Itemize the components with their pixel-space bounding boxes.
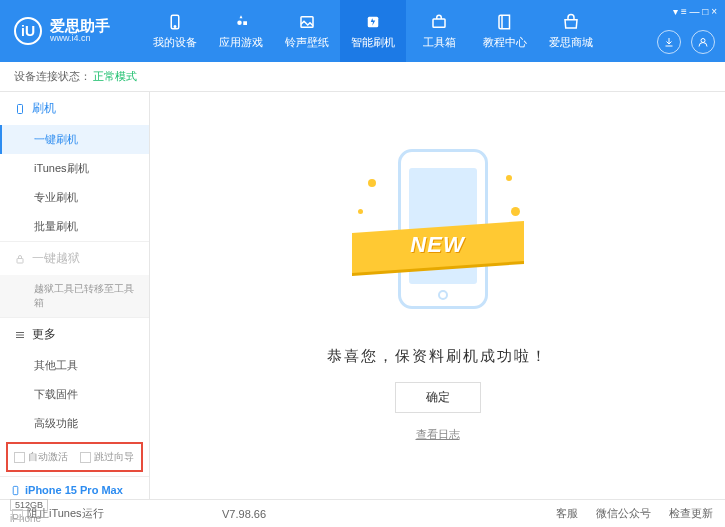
sidebar-item-pro[interactable]: 专业刷机 <box>0 183 149 212</box>
app-url: www.i4.cn <box>50 33 110 44</box>
sidebar-jailbreak-note: 越狱工具已转移至工具箱 <box>0 275 149 317</box>
highlighted-options: 自动激活 跳过向导 <box>6 442 143 472</box>
nav-apps[interactable]: 应用游戏 <box>208 0 274 62</box>
checkbox-label: 阻止iTunes运行 <box>27 507 104 519</box>
svg-point-1 <box>174 26 176 28</box>
nav-label: 工具箱 <box>423 35 456 50</box>
toolbox-icon <box>429 12 449 32</box>
nav-label: 铃声壁纸 <box>285 35 329 50</box>
menu-icon <box>14 329 26 341</box>
phone-icon <box>165 12 185 32</box>
logo-area: iU 爱思助手 www.i4.cn <box>0 17 124 45</box>
checkbox-block-itunes[interactable]: 阻止iTunes运行 <box>12 506 104 521</box>
window-controls[interactable]: ▾ ≡ — □ × <box>673 6 717 17</box>
sidebar-item-batch[interactable]: 批量刷机 <box>0 212 149 241</box>
checkbox-skipguide[interactable]: 跳过向导 <box>80 450 134 464</box>
success-message: 恭喜您，保资料刷机成功啦！ <box>327 347 548 366</box>
svg-rect-8 <box>13 486 18 494</box>
device-name-label: iPhone 15 Pro Max <box>25 484 123 496</box>
nav-label: 教程中心 <box>483 35 527 50</box>
app-header: iU 爱思助手 www.i4.cn 我的设备 应用游戏 铃声壁纸 智能刷机 工具… <box>0 0 725 62</box>
nav-store[interactable]: 爱思商城 <box>538 0 604 62</box>
nav-ringtones[interactable]: 铃声壁纸 <box>274 0 340 62</box>
footer-link-wechat[interactable]: 微信公众号 <box>596 506 651 521</box>
sidebar-group-flash[interactable]: 刷机 <box>0 92 149 125</box>
top-nav: 我的设备 应用游戏 铃声壁纸 智能刷机 工具箱 教程中心 爱思商城 <box>142 0 604 62</box>
sidebar-item-other[interactable]: 其他工具 <box>0 351 149 380</box>
checkbox-autoactivate[interactable]: 自动激活 <box>14 450 68 464</box>
status-bar: 设备连接状态： 正常模式 <box>0 62 725 92</box>
nav-toolbox[interactable]: 工具箱 <box>406 0 472 62</box>
sidebar-group-more[interactable]: 更多 <box>0 318 149 351</box>
checkbox-label: 跳过向导 <box>94 451 134 462</box>
app-name: 爱思助手 <box>50 18 110 33</box>
status-value: 正常模式 <box>93 69 137 84</box>
logo-icon: iU <box>14 17 42 45</box>
svg-point-5 <box>701 39 705 43</box>
store-icon <box>561 12 581 32</box>
nav-label: 智能刷机 <box>351 35 395 50</box>
footer-link-update[interactable]: 检查更新 <box>669 506 713 521</box>
version-label: V7.98.66 <box>222 508 266 520</box>
sidebar-title-label: 刷机 <box>32 100 56 117</box>
checkbox-label: 自动激活 <box>28 451 68 462</box>
view-log-link[interactable]: 查看日志 <box>416 427 460 442</box>
user-button[interactable] <box>691 30 715 54</box>
svg-rect-4 <box>433 19 445 27</box>
book-icon <box>495 12 515 32</box>
sidebar-item-advanced[interactable]: 高级功能 <box>0 409 149 438</box>
image-icon <box>297 12 317 32</box>
nav-label: 应用游戏 <box>219 35 263 50</box>
apps-icon <box>231 12 251 32</box>
nav-label: 爱思商城 <box>549 35 593 50</box>
sidebar-item-oneclick[interactable]: 一键刷机 <box>0 125 149 154</box>
nav-label: 我的设备 <box>153 35 197 50</box>
nav-my-device[interactable]: 我的设备 <box>142 0 208 62</box>
ok-button[interactable]: 确定 <box>395 382 481 413</box>
svg-rect-6 <box>18 104 23 113</box>
svg-rect-7 <box>17 258 23 263</box>
download-button[interactable] <box>657 30 681 54</box>
status-label: 设备连接状态： <box>14 69 91 84</box>
phone-icon <box>14 103 26 115</box>
sidebar-title-label: 一键越狱 <box>32 250 80 267</box>
phone-icon <box>10 485 21 496</box>
sidebar-item-itunes[interactable]: iTunes刷机 <box>0 154 149 183</box>
lock-icon <box>14 253 26 265</box>
sidebar-group-jailbreak: 一键越狱 <box>0 242 149 275</box>
sidebar: 刷机 一键刷机 iTunes刷机 专业刷机 批量刷机 一键越狱 越狱工具已转移至… <box>0 92 150 499</box>
footer-link-support[interactable]: 客服 <box>556 506 578 521</box>
sidebar-title-label: 更多 <box>32 326 56 343</box>
sidebar-item-firmware[interactable]: 下载固件 <box>0 380 149 409</box>
nav-flash[interactable]: 智能刷机 <box>340 0 406 62</box>
nav-tutorials[interactable]: 教程中心 <box>472 0 538 62</box>
new-ribbon: NEW <box>358 232 518 258</box>
success-illustration: NEW <box>358 149 518 329</box>
flash-icon <box>363 12 383 32</box>
main-content: NEW 恭喜您，保资料刷机成功啦！ 确定 查看日志 <box>150 92 725 499</box>
